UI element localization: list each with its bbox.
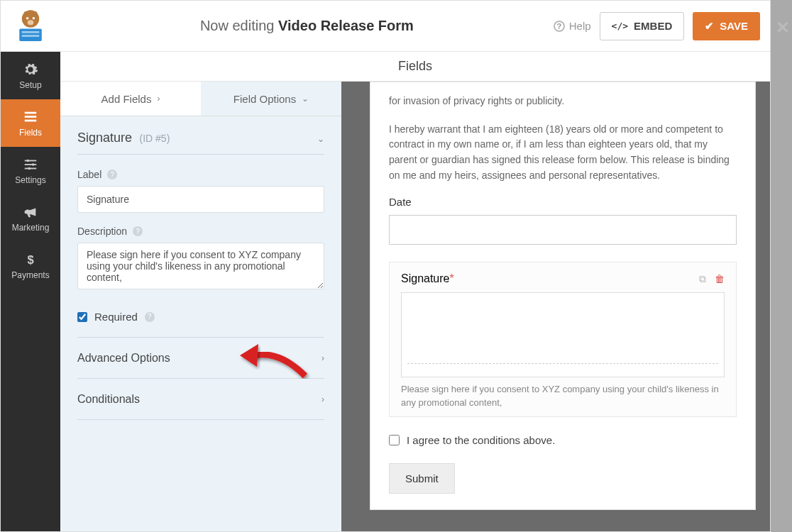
section-title: Fields <box>60 52 770 82</box>
sidebar-item-marketing[interactable]: Marketing <box>1 194 60 242</box>
preview-wrap: for invasion of privacy rights or public… <box>341 82 770 531</box>
svg-point-5 <box>28 20 34 25</box>
page-title: Now editing Video Release Form <box>60 18 554 34</box>
field-id: (ID #5) <box>140 133 170 144</box>
sliders-icon <box>23 157 38 172</box>
chevron-right-icon: › <box>157 94 160 104</box>
help-label: Help <box>569 20 591 32</box>
label-text: Description <box>77 226 127 237</box>
chevron-right-icon: › <box>321 353 324 363</box>
now-editing-text: Now editing <box>200 18 275 33</box>
paragraph: for invasion of privacy rights or public… <box>389 94 737 109</box>
svg-text:$: $ <box>27 253 33 265</box>
signature-pad[interactable] <box>401 292 725 377</box>
row-label: Conditionals <box>77 393 140 406</box>
sidebar-item-label: Payments <box>11 270 49 280</box>
svg-point-1 <box>23 11 28 16</box>
form-preview: for invasion of privacy rights or public… <box>370 82 756 510</box>
paragraph: I hereby warrant that I am eighteen (18)… <box>389 122 737 184</box>
tab-label: Add Fields <box>101 93 152 105</box>
svg-rect-9 <box>25 111 37 113</box>
svg-rect-11 <box>25 119 37 121</box>
help-icon[interactable]: ? <box>133 226 143 236</box>
submit-button[interactable]: Submit <box>389 463 455 494</box>
label-input[interactable] <box>77 186 324 213</box>
tab-field-options[interactable]: Field Options ⌄ <box>201 82 341 116</box>
form-name: Video Release Form <box>278 18 414 33</box>
save-button[interactable]: ✔ SAVE <box>693 12 760 40</box>
logo <box>1 6 60 46</box>
required-star: * <box>450 272 454 284</box>
date-label: Date <box>389 196 737 208</box>
signature-field[interactable]: Signature* ⧉ 🗑 Please sign here if you c… <box>389 262 737 416</box>
svg-point-4 <box>33 16 35 19</box>
app-window: Now editing Video Release Form ? Help </… <box>0 0 771 532</box>
agree-checkbox[interactable] <box>389 435 400 445</box>
header-actions: ? Help </> EMBED ✔ SAVE <box>554 12 770 40</box>
chevron-down-icon: ⌄ <box>302 94 309 104</box>
advanced-options-row[interactable]: Advanced Options › <box>77 338 324 379</box>
code-icon: </> <box>612 21 628 31</box>
bullhorn-icon <box>23 204 38 220</box>
topbar: Now editing Video Release Form ? Help </… <box>1 1 770 52</box>
trash-icon[interactable]: 🗑 <box>715 273 725 284</box>
label-text: Label <box>77 169 101 180</box>
svg-rect-12 <box>25 160 37 161</box>
chevron-down-icon: ⌄ <box>317 134 324 144</box>
dollar-icon: $ <box>23 252 38 267</box>
list-icon <box>23 109 38 125</box>
embed-button[interactable]: </> EMBED <box>600 12 685 40</box>
description-input[interactable] <box>77 243 324 289</box>
gear-icon <box>23 62 38 77</box>
check-icon: ✔ <box>705 20 714 33</box>
duplicate-icon[interactable]: ⧉ <box>699 273 706 284</box>
required-row: Required ? <box>77 305 324 338</box>
svg-rect-13 <box>25 164 37 165</box>
label-group: Label ? <box>77 169 324 213</box>
svg-rect-7 <box>22 31 40 33</box>
panel-content: Signature (ID #5) ⌄ Label ? <box>60 116 341 434</box>
description-group: Description ? <box>77 226 324 292</box>
date-input[interactable] <box>389 215 737 245</box>
agree-row: I agree to the conditions above. <box>389 434 737 446</box>
sidebar-item-label: Setup <box>19 80 41 90</box>
row-label: Advanced Options <box>77 352 170 365</box>
conditionals-row[interactable]: Conditionals › <box>77 379 324 420</box>
sidebar-item-payments[interactable]: $ Payments <box>1 242 60 289</box>
main: Fields Add Fields › Field Options ⌄ <box>60 52 770 531</box>
field-panel: Add Fields › Field Options ⌄ Signature <box>60 82 341 531</box>
columns: Add Fields › Field Options ⌄ Signature <box>60 82 770 531</box>
required-checkbox[interactable] <box>77 312 87 322</box>
signature-label: Signature <box>401 272 450 284</box>
signature-description: Please sign here if you consent to XYZ c… <box>401 383 725 409</box>
sidebar-item-settings[interactable]: Settings <box>1 147 60 194</box>
embed-label: EMBED <box>634 20 672 32</box>
sidebar-item-label: Fields <box>19 128 42 138</box>
sidebar-item-label: Marketing <box>12 223 50 233</box>
field-name: Signature <box>77 131 132 145</box>
body: Setup Fields Settings Marketing $ Paymen… <box>1 52 770 531</box>
svg-point-17 <box>28 167 31 170</box>
svg-rect-8 <box>22 35 40 37</box>
tab-label: Field Options <box>233 93 296 105</box>
panel-tabs: Add Fields › Field Options ⌄ <box>60 82 341 116</box>
help-link[interactable]: ? Help <box>554 20 591 32</box>
required-label: Required <box>94 311 138 323</box>
close-icon[interactable] <box>776 18 792 38</box>
tab-add-fields[interactable]: Add Fields › <box>60 82 201 116</box>
sidebar-item-label: Settings <box>15 175 45 185</box>
svg-point-2 <box>33 11 38 16</box>
help-icon: ? <box>554 21 565 32</box>
chevron-right-icon: › <box>321 394 324 404</box>
help-icon[interactable]: ? <box>107 170 117 179</box>
svg-point-16 <box>32 163 35 166</box>
sidebar-item-setup[interactable]: Setup <box>1 52 60 99</box>
sidebar: Setup Fields Settings Marketing $ Paymen… <box>1 52 60 531</box>
sidebar-item-fields[interactable]: Fields <box>1 99 60 147</box>
help-icon[interactable]: ? <box>145 312 155 322</box>
save-label: SAVE <box>720 20 748 32</box>
field-header[interactable]: Signature (ID #5) ⌄ <box>77 131 324 155</box>
svg-rect-10 <box>25 116 37 118</box>
svg-point-3 <box>26 16 29 19</box>
agree-label: I agree to the conditions above. <box>407 434 555 446</box>
